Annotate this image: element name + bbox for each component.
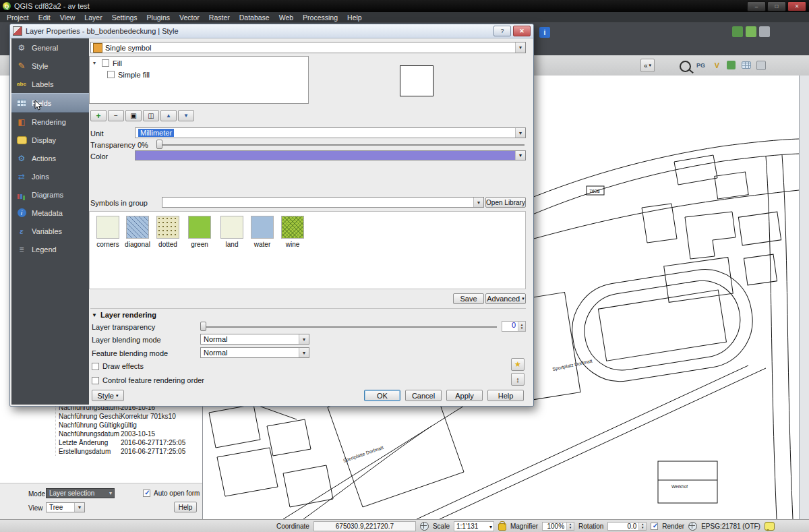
menu-project[interactable]: Project [3, 13, 33, 22]
spin-arrows-icon[interactable] [638, 523, 646, 530]
move-down-button[interactable]: ▼ [178, 110, 194, 121]
sidebar-item-legend[interactable]: ≡ Legend [11, 240, 89, 258]
symbol-layer-tree[interactable]: ▾ Fill Simple fill [89, 56, 309, 104]
symbol-item[interactable]: green [185, 216, 214, 248]
menu-view[interactable]: View [56, 13, 80, 22]
menu-layer[interactable]: Layer [80, 13, 106, 22]
new-layer-icon[interactable] [727, 61, 736, 69]
menu-database[interactable]: Database [235, 13, 274, 22]
ok-button[interactable]: OK [364, 390, 400, 401]
sidebar-item-rendering[interactable]: ◧ Rendering [11, 113, 89, 131]
coordinate-display[interactable]: 675030.9,221720.7 [313, 521, 416, 531]
postgis-icon[interactable]: PG [696, 60, 706, 70]
symbol-item[interactable]: wine [278, 216, 307, 248]
identify-icon[interactable]: i [539, 27, 550, 38]
menu-plugins[interactable]: Plugins [143, 13, 174, 22]
draw-effects-checkbox[interactable] [92, 363, 99, 370]
crs-globe-icon[interactable] [420, 522, 429, 531]
mode-combo[interactable]: Layer selection [46, 488, 115, 498]
menu-help[interactable]: Help [343, 13, 366, 22]
crs-label[interactable]: EPSG:21781 (OTF) [701, 523, 760, 530]
lock-icon[interactable] [498, 523, 506, 531]
transparency-slider[interactable] [156, 140, 526, 149]
magnifier-spinbox[interactable]: 100% [542, 522, 574, 531]
attribute-row[interactable]: Erstellungsdatum 2016-06-27T17:25:05 [59, 447, 203, 456]
apply-button[interactable]: Apply [446, 390, 483, 401]
advanced-button[interactable]: Advanced ▾ [485, 293, 526, 304]
toolbar-icon[interactable] [759, 26, 770, 37]
sidebar-item-variables[interactable]: ε Variables [11, 222, 89, 240]
unit-combo[interactable]: Millimeter [135, 127, 526, 138]
feature-blending-combo[interactable]: Normal [200, 347, 309, 358]
menu-vector[interactable]: Vector [175, 13, 204, 22]
open-library-button[interactable]: Open Library [485, 197, 526, 208]
effects-button[interactable]: ★ [511, 358, 525, 371]
remove-symbol-layer-button[interactable]: − [108, 110, 124, 121]
symbol-item[interactable]: dotted [153, 216, 183, 248]
menu-edit[interactable]: Edit [34, 13, 55, 22]
sidebar-item-style[interactable]: ✎ Style [11, 57, 89, 75]
layer-transparency-slider[interactable] [200, 322, 498, 331]
tree-item-fill[interactable]: ▾ Fill [90, 58, 308, 68]
view-combo[interactable]: Tree [46, 502, 85, 512]
sidebar-item-diagrams[interactable]: Diagrams [11, 185, 89, 204]
render-checkbox[interactable] [651, 523, 658, 530]
sidebar-item-labels[interactable]: abc Labels [11, 75, 89, 93]
rendering-order-button[interactable]: ↕ [511, 373, 525, 386]
control-rendering-order-checkbox[interactable] [92, 377, 99, 384]
sidebar-item-joins[interactable]: ⇄ Joins [11, 167, 89, 185]
minimize-button[interactable]: – [747, 1, 766, 11]
projection-icon[interactable] [688, 522, 697, 531]
layer-rendering-header[interactable]: ▼ Layer rendering [92, 311, 156, 319]
fill-checkbox[interactable] [102, 59, 109, 67]
toolbar-icon[interactable] [732, 26, 743, 37]
style-menu-button[interactable]: Style ▾ [92, 390, 124, 401]
zoom-icon[interactable] [680, 61, 691, 72]
spin-arrows-icon[interactable] [566, 523, 574, 530]
spin-arrows-icon[interactable] [518, 322, 525, 331]
attribute-row[interactable]: Letzte Änderung 2016-06-27T17:25:05 [59, 438, 203, 447]
message-log-icon[interactable] [765, 522, 775, 531]
menu-raster[interactable]: Raster [205, 13, 234, 22]
virtual-layer-icon[interactable]: V [712, 60, 722, 70]
symbols-group-combo[interactable] [162, 197, 484, 208]
symbol-item[interactable]: corners [93, 216, 123, 248]
move-up-button[interactable]: ▲ [160, 110, 177, 121]
attribute-row[interactable]: Nachführung Geschäft Korrektur 701ks10 [59, 412, 203, 421]
rotation-spinbox[interactable]: 0.0 [607, 522, 647, 531]
scale-combo[interactable]: 1:1'131 [454, 521, 494, 531]
renderer-combo[interactable]: Single symbol [90, 42, 526, 53]
dialog-titlebar[interactable]: Layer Properties - bb_bodenbedeckung | S… [10, 24, 533, 38]
help-button[interactable]: Help [487, 390, 524, 401]
collapse-panel-button[interactable]: « ▾ [640, 59, 655, 72]
dialog-close-button[interactable]: ✕ [513, 26, 531, 36]
symbol-item[interactable]: diagonal [123, 216, 152, 248]
slider-handle[interactable] [156, 140, 162, 149]
duplicate-symbol-layer-button[interactable]: ▣ [125, 110, 142, 121]
attribute-row[interactable]: Nachführungsdatum 2003-10-15 [59, 430, 203, 438]
cancel-button[interactable]: Cancel [405, 390, 442, 401]
copy-style-icon[interactable] [756, 61, 766, 70]
lock-color-button[interactable]: ◫ [143, 110, 159, 121]
maximize-button[interactable]: □ [767, 1, 786, 11]
menu-processing[interactable]: Processing [299, 13, 342, 22]
attribute-row[interactable]: Nachführung Gültigkeit gültig [59, 421, 203, 430]
dialog-help-button[interactable]: ? [493, 26, 511, 36]
menu-web[interactable]: Web [275, 13, 297, 22]
tree-expander-icon[interactable]: ▾ [93, 60, 98, 66]
layer-blending-combo[interactable]: Normal [200, 334, 309, 345]
save-symbol-button[interactable]: Save [453, 293, 484, 304]
menu-settings[interactable]: Settings [108, 13, 142, 22]
tree-item-simple-fill[interactable]: Simple fill [90, 69, 308, 80]
sidebar-item-actions[interactable]: ⚙ Actions [11, 149, 89, 167]
slider-handle[interactable] [200, 322, 206, 331]
sidebar-item-display[interactable]: Display [11, 131, 89, 149]
auto-open-form-checkbox[interactable] [143, 490, 150, 497]
close-button[interactable]: ✕ [787, 1, 806, 11]
symbol-item[interactable]: land [217, 216, 247, 248]
sidebar-item-metadata[interactable]: i Metadata [11, 204, 89, 222]
layer-transparency-spinbox[interactable]: 0 [502, 321, 526, 332]
symbol-item[interactable]: water [247, 216, 277, 248]
sidebar-item-general[interactable]: ⚙ General [11, 38, 89, 57]
add-symbol-layer-button[interactable]: + [90, 110, 107, 121]
